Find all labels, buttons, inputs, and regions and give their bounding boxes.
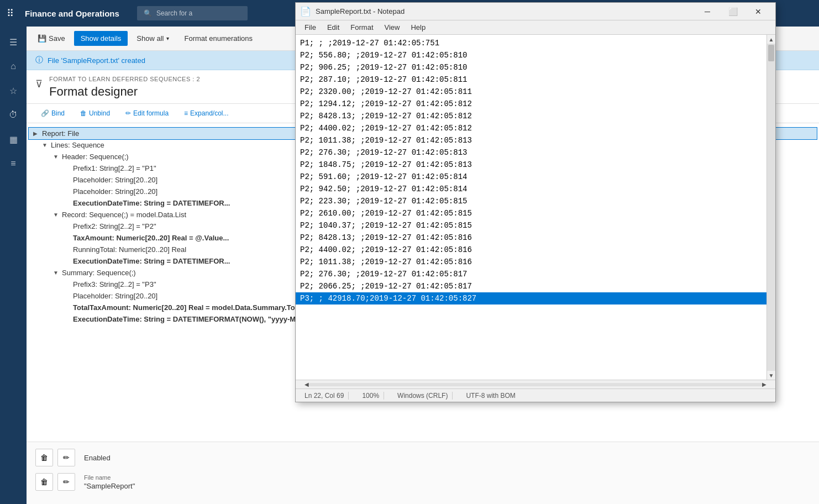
edit-filename-button[interactable]: ✏ xyxy=(57,473,75,491)
notepad-line-20: P2; 2066.25; ;2019-12-27 01:42:05:817 xyxy=(300,280,762,292)
tree-expand-icon-7[interactable]: ▼ xyxy=(53,212,60,218)
app-title: Finance and Operations xyxy=(25,9,119,18)
notepad-window: 📄 SampleReport.txt - Notepad ─ ⬜ ✕ File … xyxy=(295,2,776,402)
info-icon: ⓘ xyxy=(35,55,43,65)
tree-expand-icon-12[interactable]: ▼ xyxy=(53,270,60,276)
tree-expand-icon-2[interactable]: ▼ xyxy=(53,154,60,160)
sidebar-item-modules[interactable]: ≡ xyxy=(2,153,24,175)
edit-formula-button[interactable]: ✏ Edit formula xyxy=(120,107,174,119)
notepad-line-2: P2; 906.25; ;2019-12-27 01:42:05:810 xyxy=(300,61,762,74)
save-icon: 💾 xyxy=(38,34,46,43)
unlink-icon: 🗑 xyxy=(80,109,87,117)
notepad-line-1: P2; 556.80; ;2019-12-27 01:42:05:810 xyxy=(300,49,762,61)
tree-label-10: RunningTotal: Numeric[20..20] Real xyxy=(73,245,186,254)
notepad-line-21: P3; ; 42918.70;2019-12-27 01:42:05:827 xyxy=(296,292,767,305)
scroll-up-icon[interactable]: ▲ xyxy=(767,35,776,44)
sidebar-item-recent[interactable]: ⏱ xyxy=(2,104,24,126)
enabled-label: Enabled xyxy=(84,454,111,462)
sidebar-item-home[interactable]: ⌂ xyxy=(2,55,24,77)
notepad-line-9: P2; 276.30; ;2019-12-27 01:42:05:813 xyxy=(300,146,762,159)
tree-label-14: Placeholder: String[20..20] xyxy=(73,292,158,300)
notepad-line-10: P2; 1848.75; ;2019-12-27 01:42:05:813 xyxy=(300,159,762,171)
tree-label-1: Lines: Sequence xyxy=(51,141,104,149)
delete-enabled-button[interactable]: 🗑 xyxy=(35,449,53,466)
link-icon: 🔗 xyxy=(41,109,49,117)
notepad-text: P1; ; ;2019-12-27 01:42:05:751P2; 556.80… xyxy=(296,35,767,380)
sidebar-item-workspaces[interactable]: ▦ xyxy=(2,128,24,150)
zoom-level: 100% xyxy=(358,392,384,400)
tree-expand-icon-1[interactable]: ▼ xyxy=(42,142,49,148)
scroll-left-icon[interactable]: ◀ xyxy=(305,381,309,387)
tree-label-11: ExecutionDateTime: String = DATETIMEFOR.… xyxy=(73,257,230,265)
scroll-right-icon[interactable]: ▶ xyxy=(762,381,767,387)
search-icon: 🔍 xyxy=(144,9,152,17)
show-details-button[interactable]: Show details xyxy=(74,31,128,46)
minimize-button[interactable]: ─ xyxy=(695,3,720,20)
expand-icon: ≡ xyxy=(184,109,188,117)
menu-help[interactable]: Help xyxy=(406,22,430,33)
tree-label-12: Summary: Sequence(;) xyxy=(62,269,136,277)
expand-col-button[interactable]: ≡ Expand/col... xyxy=(179,107,234,119)
designer-breadcrumb: FORMAT TO LEARN DEFERRED SEQUENCES : 2 xyxy=(49,76,200,82)
notepad-vscrollbar[interactable]: ▲ ▼ xyxy=(767,35,775,380)
format-enumerations-button[interactable]: Format enumerations xyxy=(178,31,260,46)
tree-label-15: TotalTaxAmount: Numeric[20..20] Real = m… xyxy=(73,303,303,312)
scroll-down-icon[interactable]: ▼ xyxy=(767,371,776,380)
file-name-value: "SampleReport" xyxy=(84,482,135,490)
notepad-line-16: P2; 8428.13; ;2019-12-27 01:42:05:816 xyxy=(300,232,762,244)
filter-icon[interactable]: ⊽ xyxy=(35,78,43,90)
notepad-menubar: File Edit Format View Help xyxy=(296,20,775,35)
edit-icon: ✏ xyxy=(125,109,131,117)
menu-view[interactable]: View xyxy=(380,22,405,33)
grid-icon[interactable]: ⠿ xyxy=(7,7,14,19)
notepad-line-11: P2; 591.60; ;2019-12-27 01:42:05:814 xyxy=(300,171,762,183)
line-ending: Windows (CRLF) xyxy=(393,392,453,400)
scrollbar-thumb[interactable] xyxy=(768,45,774,61)
tree-label-8: Prefix2: String[2..2] = "P2" xyxy=(73,222,156,230)
notepad-statusbar: Ln 22, Col 69 100% Windows (CRLF) UTF-8 … xyxy=(296,389,775,402)
notepad-line-13: P2; 223.30; ;2019-12-27 01:42:05:815 xyxy=(300,195,762,207)
notepad-line-3: P2; 287.10; ;2019-12-27 01:42:05:811 xyxy=(300,74,762,86)
notepad-hscrollbar[interactable]: ◀ ▶ xyxy=(296,380,775,389)
properties-panel: 🗑 ✏ Enabled 🗑 ✏ File name "SampleReport" xyxy=(27,442,819,504)
menu-format[interactable]: Format xyxy=(346,22,377,33)
notepad-icon: 📄 xyxy=(300,6,311,17)
unbind-button[interactable]: 🗑 Unbind xyxy=(75,107,116,119)
notepad-line-15: P2; 1040.37; ;2019-12-27 01:42:05:815 xyxy=(300,219,762,232)
notepad-line-7: P2; 4400.02; ;2019-12-27 01:42:05:812 xyxy=(300,122,762,134)
close-button[interactable]: ✕ xyxy=(746,3,771,20)
property-actions-enabled: 🗑 ✏ xyxy=(35,449,75,466)
cursor-position: Ln 22, Col 69 xyxy=(300,392,349,400)
notepad-title: SampleReport.txt - Notepad xyxy=(316,7,690,15)
tree-label-6: ExecutionDateTime: String = DATETIMEFOR.… xyxy=(73,199,230,207)
info-message: File 'SampleReport.txt' created xyxy=(48,56,145,65)
left-sidebar: ☰ ⌂ ☆ ⏱ ▦ ≡ xyxy=(0,27,27,504)
delete-filename-button[interactable]: 🗑 xyxy=(35,473,53,491)
notepad-titlebar: 📄 SampleReport.txt - Notepad ─ ⬜ ✕ xyxy=(296,3,775,20)
encoding: UTF-8 with BOM xyxy=(461,392,519,400)
bind-button[interactable]: 🔗 Bind xyxy=(35,107,70,119)
notepad-window-controls: ─ ⬜ ✕ xyxy=(695,3,771,20)
tree-expand-icon-0[interactable]: ▶ xyxy=(33,130,40,136)
menu-edit[interactable]: Edit xyxy=(323,22,344,33)
notepad-line-12: P2; 942.50; ;2019-12-27 01:42:05:814 xyxy=(300,183,762,195)
property-actions-filename: 🗑 ✏ xyxy=(35,473,75,491)
menu-file[interactable]: File xyxy=(300,22,321,33)
notepad-line-5: P2; 1294.12; ;2019-12-27 01:42:05:812 xyxy=(300,98,762,110)
notepad-line-18: P2; 1011.38; ;2019-12-27 01:42:05:816 xyxy=(300,256,762,268)
scrollbar-track[interactable] xyxy=(767,44,775,371)
save-button[interactable]: 💾 Save xyxy=(31,31,72,46)
file-name-label: File name xyxy=(84,474,135,481)
restore-button[interactable]: ⬜ xyxy=(720,3,746,20)
sidebar-item-hamburger[interactable]: ☰ xyxy=(2,31,24,53)
designer-title: Format designer xyxy=(49,85,200,99)
tree-label-4: Placeholder: String[20..20] xyxy=(73,176,158,184)
show-all-chevron-icon: ▾ xyxy=(166,35,169,41)
notepad-line-8: P2; 1011.38; ;2019-12-27 01:42:05:813 xyxy=(300,134,762,146)
h-scrollbar-track[interactable] xyxy=(309,383,762,386)
tree-label-2: Header: Sequence(;) xyxy=(62,153,129,161)
search-box[interactable]: 🔍 Search for a xyxy=(137,6,248,20)
edit-enabled-button[interactable]: ✏ xyxy=(57,449,75,466)
sidebar-item-favorites[interactable]: ☆ xyxy=(2,80,24,102)
show-all-button[interactable]: Show all ▾ xyxy=(130,31,175,46)
